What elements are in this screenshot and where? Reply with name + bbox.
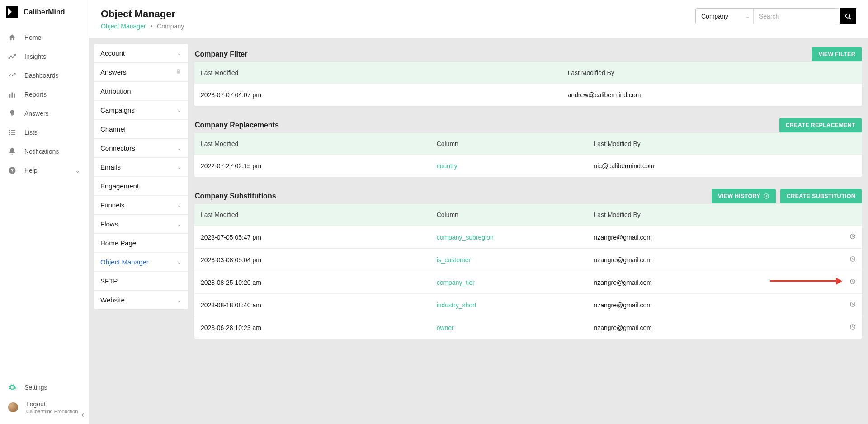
replacements-table: Last Modified Column Last Modified By 20… <box>194 132 863 177</box>
tenant-label: Calibermind Production <box>26 409 78 414</box>
section-title: Company Filter <box>195 50 247 58</box>
nav-label: Answers <box>24 110 49 117</box>
chevron-down-icon: ⌄ <box>745 14 750 19</box>
col-column: Column <box>437 211 594 218</box>
col-last-modified-by: Last Modified By <box>594 211 838 218</box>
view-filter-button[interactable]: VIEW FILTER <box>812 47 862 61</box>
obj-item-account[interactable]: Account⌄ <box>94 44 188 63</box>
section-company-filter: Company Filter VIEW FILTER Last Modified… <box>194 43 863 106</box>
dashboards-icon <box>8 71 16 80</box>
svg-rect-5 <box>12 93 13 98</box>
cell-column[interactable]: country <box>437 162 594 170</box>
chevron-down-icon: ⌄ <box>177 297 182 303</box>
svg-point-12 <box>9 134 10 135</box>
obj-item-object-manager[interactable]: Object Manager⌄ <box>94 253 188 272</box>
nav-label: Notifications <box>24 148 59 155</box>
svg-point-3 <box>15 54 16 55</box>
nav-help[interactable]: ? Help ⌄ <box>0 161 89 180</box>
nav-lists[interactable]: Lists <box>0 123 89 142</box>
obj-item-website[interactable]: Website⌄ <box>94 291 188 309</box>
section-title: Company Substitutions <box>195 192 276 200</box>
obj-item-campaigns[interactable]: Campaigns⌄ <box>94 101 188 120</box>
section-company-replacements: Company Replacements CREATE REPLACEMENT … <box>194 114 863 177</box>
svg-rect-4 <box>9 94 10 98</box>
obj-item-answers[interactable]: Answers <box>94 63 188 82</box>
obj-item-funnels[interactable]: Funnels⌄ <box>94 196 188 215</box>
brand-logo-icon <box>6 6 18 18</box>
row-history-button[interactable] <box>849 234 856 241</box>
nav-dashboards[interactable]: Dashboards <box>0 66 89 85</box>
collapse-sidebar-button[interactable] <box>80 412 86 419</box>
cell-column[interactable]: is_customer <box>437 256 594 264</box>
search-button[interactable] <box>840 8 856 24</box>
obj-item-home-page[interactable]: Home Page <box>94 234 188 253</box>
view-history-button[interactable]: VIEW HISTORY <box>712 189 776 203</box>
nav-notifications[interactable]: Notifications <box>0 142 89 161</box>
col-last-modified-by: Last Modified By <box>594 140 856 147</box>
cell-column[interactable]: company_subregion <box>437 234 594 241</box>
row-history-button[interactable] <box>849 256 856 264</box>
table-row[interactable]: 2023-07-07 04:07 pm andrew@calibermind.c… <box>194 84 862 106</box>
nav-answers[interactable]: Answers <box>0 104 89 123</box>
cell-last-modified: 2022-07-27 02:15 pm <box>201 162 437 170</box>
cell-last-modified: 2023-03-08 05:04 pm <box>201 256 437 264</box>
cell-column[interactable]: company_tier <box>437 279 594 286</box>
col-last-modified-by: Last Modified By <box>567 69 856 76</box>
object-select[interactable]: Company ⌄ <box>696 9 754 24</box>
main-nav: Home Insights Dashboards Reports Answers… <box>0 24 89 375</box>
reports-icon <box>8 90 16 99</box>
nav-reports[interactable]: Reports <box>0 85 89 104</box>
row-history-button[interactable] <box>849 302 856 309</box>
row-history-button[interactable] <box>849 279 856 286</box>
brand-name: CaliberMind <box>24 8 65 16</box>
create-replacement-button[interactable]: CREATE REPLACEMENT <box>779 118 862 132</box>
annotation-arrow <box>770 279 842 286</box>
svg-point-10 <box>9 130 10 131</box>
brand: CaliberMind <box>0 0 89 24</box>
panels: Company Filter VIEW FILTER Last Modified… <box>194 43 863 339</box>
lightbulb-icon <box>8 109 16 118</box>
svg-point-11 <box>9 132 10 133</box>
obj-item-emails[interactable]: Emails⌄ <box>94 158 188 177</box>
row-history-button[interactable] <box>849 324 856 331</box>
svg-point-15 <box>846 14 850 18</box>
nav-insights[interactable]: Insights <box>0 47 89 66</box>
obj-item-channel[interactable]: Channel <box>94 120 188 139</box>
cell-column[interactable]: owner <box>437 324 594 331</box>
table-row[interactable]: 2023-06-28 10:23 am owner nzangre@gmail.… <box>194 316 862 339</box>
cell-column[interactable]: industry_short <box>437 302 594 309</box>
breadcrumb-link[interactable]: Object Manager <box>101 23 146 30</box>
logout-label: Logout <box>26 400 78 408</box>
table-row[interactable]: 2022-07-27 02:15 pm country nic@caliberm… <box>194 155 862 177</box>
col-last-modified: Last Modified <box>201 140 437 147</box>
svg-rect-17 <box>177 71 180 73</box>
obj-item-engagement[interactable]: Engagement <box>94 177 188 196</box>
search-group: Company ⌄ <box>695 8 840 24</box>
obj-item-attribution[interactable]: Attribution <box>94 82 188 101</box>
nav-label: Lists <box>24 129 38 136</box>
cell-last-modified: 2023-08-18 08:40 am <box>201 302 437 309</box>
obj-item-connectors[interactable]: Connectors⌄ <box>94 139 188 158</box>
sidebar-bottom: Settings Logout Calibermind Production <box>0 375 89 424</box>
search-input[interactable] <box>754 9 840 24</box>
breadcrumb-separator: • <box>151 23 153 30</box>
svg-line-16 <box>849 18 851 19</box>
nav-settings[interactable]: Settings <box>0 379 89 396</box>
obj-item-flows[interactable]: Flows⌄ <box>94 215 188 234</box>
help-icon: ? <box>8 166 16 174</box>
nav-home[interactable]: Home <box>0 28 89 47</box>
section-title: Company Replacements <box>195 121 279 129</box>
table-row[interactable]: 2023-03-08 05:04 pm is_customer nzangre@… <box>194 248 862 271</box>
nav-logout[interactable]: Logout Calibermind Production <box>0 396 89 419</box>
nav-label: Reports <box>24 91 47 98</box>
section-company-substitutions: Company Substitutions VIEW HISTORY CREAT… <box>194 185 863 339</box>
filter-table: Last Modified Last Modified By 2023-07-0… <box>194 61 863 106</box>
obj-item-sftp[interactable]: SFTP <box>94 272 188 291</box>
table-row[interactable]: 2023-08-18 08:40 am industry_short nzang… <box>194 293 862 316</box>
nav-label: Home <box>24 34 41 41</box>
create-substitution-button[interactable]: CREATE SUBSTITUTION <box>780 189 862 203</box>
cell-last-modified: 2023-07-05 05:47 pm <box>201 234 437 241</box>
table-row[interactable]: 2023-07-05 05:47 pm company_subregion nz… <box>194 226 862 248</box>
table-row[interactable]: 2023-08-25 10:20 am company_tier nzangre… <box>194 271 862 293</box>
cell-last-modified-by: nzangre@gmail.com <box>594 256 838 264</box>
